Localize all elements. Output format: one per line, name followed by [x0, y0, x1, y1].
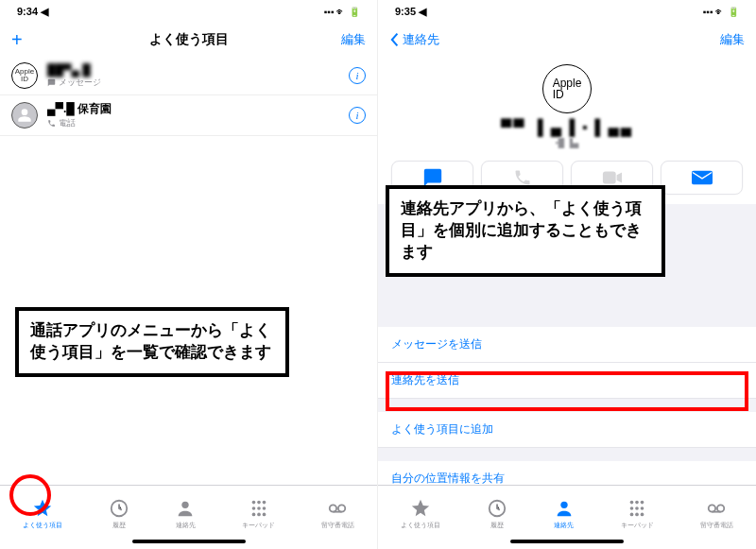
- svg-point-17: [630, 500, 634, 504]
- annotation-right: 連絡先アプリから、「よく使う項目」を個別に追加することもできます: [386, 185, 665, 277]
- voicemail-icon: [706, 498, 727, 519]
- tab-contacts[interactable]: 連絡先: [175, 498, 196, 530]
- tab-voicemail[interactable]: 留守番電話: [321, 498, 354, 530]
- svg-point-7: [262, 506, 266, 510]
- favorite-sub: 電話: [47, 117, 349, 129]
- tab-favorites[interactable]: よく使う項目: [401, 498, 440, 530]
- svg-point-21: [635, 506, 639, 510]
- favorite-text: ▄▀.█ 保育園 電話: [47, 101, 349, 129]
- phone-icon: [47, 119, 56, 128]
- favorite-item[interactable]: AppleID ██▀▄ █ メッセージ i: [0, 57, 377, 95]
- favorite-text: ██▀▄ █ メッセージ: [47, 63, 349, 89]
- keypad-icon: [627, 498, 647, 519]
- home-indicator: [510, 540, 624, 543]
- home-indicator: [132, 540, 246, 543]
- edit-button[interactable]: 編集: [720, 31, 745, 48]
- svg-point-1: [182, 501, 189, 507]
- svg-point-10: [262, 512, 266, 516]
- nav-title: よく使う項目: [149, 31, 229, 48]
- video-icon: [602, 170, 623, 185]
- status-bar: 9:35 ◀ ▪▪▪ ᯤ 🔋: [378, 0, 756, 23]
- mail-icon: [692, 170, 713, 185]
- person-icon: [175, 498, 196, 519]
- avatar-placeholder: [11, 102, 38, 129]
- tab-keypad[interactable]: キーパッド: [621, 498, 654, 530]
- svg-point-4: [262, 500, 266, 504]
- contact-sub: ▪█ ▐▄: [556, 138, 579, 147]
- phone-left: 9:34 ◀ ▪▪▪ ᯤ 🔋 + よく使う項目 編集 AppleID ██▀▄ …: [0, 0, 378, 549]
- svg-point-9: [257, 512, 261, 516]
- status-time: 9:35 ◀: [395, 6, 426, 18]
- svg-point-24: [635, 512, 639, 516]
- tab-recents[interactable]: 履歴: [109, 498, 129, 530]
- mail-button[interactable]: [661, 161, 743, 195]
- svg-rect-14: [692, 171, 713, 185]
- svg-point-26: [709, 505, 715, 511]
- phone-right: 9:35 ◀ ▪▪▪ ᯤ 🔋 連絡先 編集 AppleID ▀▀ ▐ ▄ ▌▪▐…: [378, 0, 756, 549]
- svg-point-27: [717, 505, 724, 511]
- tab-bar: よく使う項目 履歴 連絡先 キーパッド 留守番電話: [378, 485, 756, 538]
- svg-point-20: [630, 506, 634, 510]
- svg-point-11: [330, 505, 336, 511]
- tab-voicemail[interactable]: 留守番電話: [700, 498, 733, 530]
- avatar-apple-id: AppleID: [11, 62, 38, 89]
- status-icons: ▪▪▪ ᯤ 🔋: [324, 7, 360, 17]
- svg-point-12: [338, 505, 345, 511]
- svg-point-16: [560, 501, 567, 507]
- chevron-left-icon: [389, 32, 401, 47]
- svg-point-18: [635, 500, 639, 504]
- status-icons: ▪▪▪ ᯤ 🔋: [703, 7, 739, 17]
- red-circle-mark: [9, 474, 51, 516]
- info-button[interactable]: i: [349, 67, 366, 84]
- favorite-sub: メッセージ: [47, 77, 349, 89]
- svg-point-5: [251, 506, 255, 510]
- svg-point-22: [641, 506, 644, 510]
- phone-icon: [513, 168, 532, 187]
- status-bar: 9:34 ◀ ▪▪▪ ᯤ 🔋: [0, 0, 377, 23]
- nav-bar: 連絡先 編集: [378, 23, 756, 57]
- favorites-list: AppleID ██▀▄ █ メッセージ i ▄▀.█ 保育園 電話: [0, 57, 377, 136]
- svg-point-8: [251, 512, 255, 516]
- red-box-highlight: [386, 371, 748, 411]
- info-button[interactable]: i: [349, 107, 366, 124]
- contact-header: AppleID ▀▀ ▐ ▄ ▌▪▐ ▄▄ ▪█ ▐▄: [378, 57, 756, 161]
- bubble-icon: [47, 78, 56, 87]
- avatar-apple-id: AppleID: [542, 64, 592, 113]
- favorite-name: ██▀▄ █: [47, 63, 349, 77]
- favorite-item[interactable]: ▄▀.█ 保育園 電話 i: [0, 95, 377, 136]
- clock-icon: [487, 498, 507, 519]
- svg-point-25: [641, 512, 644, 516]
- option-add-favorite[interactable]: よく使う項目に追加: [378, 412, 756, 448]
- svg-point-23: [630, 512, 634, 516]
- tab-bar: よく使う項目 履歴 連絡先 キーパッド 留守番電話: [0, 485, 377, 538]
- star-icon: [410, 498, 431, 519]
- contact-name: ▀▀ ▐ ▄ ▌▪▐ ▄▄: [501, 119, 633, 136]
- status-time: 9:34 ◀: [17, 6, 48, 18]
- voicemail-icon: [327, 498, 348, 519]
- svg-rect-13: [602, 172, 615, 184]
- tab-recents[interactable]: 履歴: [487, 498, 507, 530]
- edit-button[interactable]: 編集: [341, 31, 366, 48]
- annotation-left: 通話アプリのメニューから「よく使う項目」を一覧で確認できます: [15, 307, 289, 377]
- person-icon: [17, 108, 32, 123]
- keypad-icon: [249, 498, 269, 519]
- person-icon: [554, 498, 575, 519]
- tab-keypad[interactable]: キーパッド: [242, 498, 275, 530]
- tab-contacts[interactable]: 連絡先: [554, 498, 575, 530]
- option-share-location[interactable]: 自分の位置情報を共有: [378, 461, 756, 485]
- svg-point-2: [251, 500, 255, 504]
- favorite-name: ▄▀.█ 保育園: [47, 101, 349, 117]
- add-button[interactable]: +: [11, 29, 23, 51]
- svg-point-19: [641, 500, 644, 504]
- nav-bar: + よく使う項目 編集: [0, 23, 377, 57]
- svg-point-3: [257, 500, 261, 504]
- clock-icon: [109, 498, 129, 519]
- svg-point-6: [257, 506, 261, 510]
- back-button[interactable]: 連絡先: [389, 31, 439, 48]
- option-send-message[interactable]: メッセージを送信: [378, 327, 756, 363]
